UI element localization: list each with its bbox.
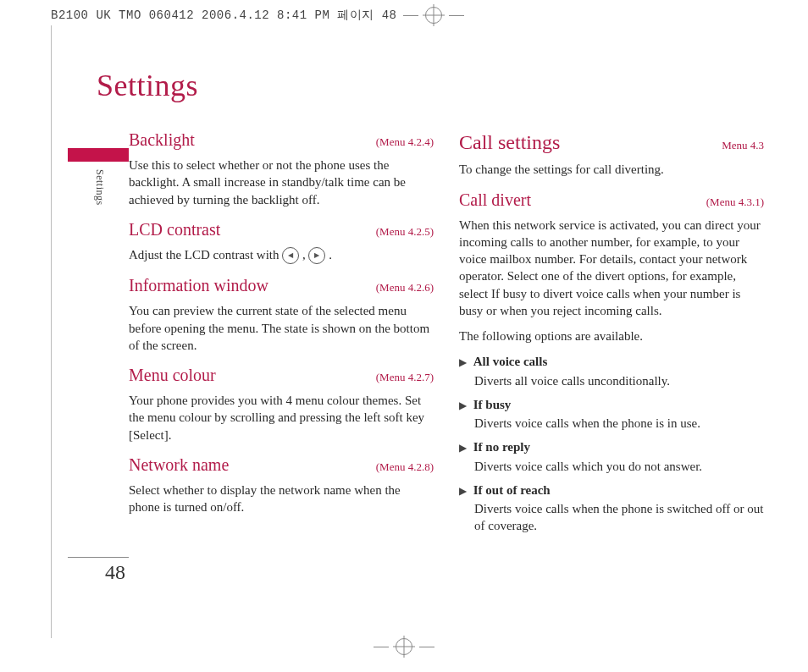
page-number-wrap: 48 <box>68 557 129 584</box>
network-body: Select whether to display the network na… <box>129 482 434 516</box>
heading-network: Network name (Menu 4.2.8) <box>129 454 434 476</box>
heading-text: Call settings <box>459 129 560 156</box>
call-settings-body: To change the settings for call divertin… <box>459 161 764 178</box>
crop-dash <box>374 647 389 647</box>
option-label: All voice calls <box>473 355 547 368</box>
heading-text: Call divert <box>459 189 531 212</box>
outer-rule <box>51 25 52 638</box>
crop-dash <box>403 15 418 16</box>
page-number: 48 <box>105 561 129 583</box>
menu-ref: (Menu 4.3.1) <box>706 195 764 210</box>
option-if-out-of-reach: ▶ If out of reach <box>459 482 764 498</box>
menu-ref: (Menu 4.2.8) <box>376 460 434 475</box>
bullet-icon: ▶ <box>459 399 467 412</box>
heading-call-settings: Call settings Menu 4.3 <box>459 129 764 156</box>
option-all-voice-calls: ▶ All voice calls <box>459 353 764 370</box>
crop-mark-icon <box>425 7 442 24</box>
heading-lcd: LCD contrast (Menu 4.2.5) <box>129 218 434 241</box>
page-title: Settings <box>97 68 771 103</box>
backlight-body: Use this to select whether or not the ph… <box>129 157 434 208</box>
heading-info: Information window (Menu 4.2.6) <box>129 274 434 297</box>
crop-mark-icon <box>396 638 412 655</box>
nav-right-icon: ▶ <box>308 247 325 264</box>
menu-ref: (Menu 4.2.4) <box>376 135 434 150</box>
option-desc: Diverts voice calls when the phone is sw… <box>474 500 764 535</box>
heading-menucolour: Menu colour (Menu 4.2.7) <box>129 364 434 387</box>
right-column: Call settings Menu 4.3 To change the set… <box>459 118 764 542</box>
heading-text: LCD contrast <box>129 218 220 241</box>
call-divert-body2: The following options are available. <box>459 328 764 344</box>
info-body: You can preview the current state of the… <box>129 302 434 354</box>
heading-call-divert: Call divert (Menu 4.3.1) <box>459 189 764 212</box>
lcd-body: Adjust the LCD contrast with ◀ , ▶ . <box>129 246 434 265</box>
side-label: Settings <box>93 169 106 206</box>
menu-ref: (Menu 4.2.6) <box>376 280 434 295</box>
bullet-icon: ▶ <box>459 355 467 369</box>
lcd-body-pre: Adjust the LCD contrast with <box>129 248 282 262</box>
menu-ref: (Menu 4.2.7) <box>376 370 434 385</box>
option-desc: Diverts voice calls which you do not ans… <box>474 458 764 475</box>
nav-left-icon: ◀ <box>282 247 299 264</box>
menu-ref: (Menu 4.2.5) <box>376 224 434 240</box>
heading-text: Backlight <box>129 129 195 151</box>
lcd-body-post: . <box>329 248 332 262</box>
option-if-busy: ▶ If busy <box>459 396 764 413</box>
heading-backlight: Backlight (Menu 4.2.4) <box>129 129 434 151</box>
bullet-icon: ▶ <box>459 441 467 454</box>
columns: Backlight (Menu 4.2.4) Use this to selec… <box>129 118 771 542</box>
side-tab <box>68 148 129 162</box>
print-header-text: B2100 UK TMO 060412 2006.4.12 8:41 PM 페이… <box>51 8 396 23</box>
print-header: B2100 UK TMO 060412 2006.4.12 8:41 PM 페이… <box>51 7 757 24</box>
menu-ref: Menu 4.3 <box>722 138 764 153</box>
option-label: If out of reach <box>473 483 551 497</box>
menucolour-body: Your phone provides you with 4 menu colo… <box>129 392 434 443</box>
left-column: Backlight (Menu 4.2.4) Use this to selec… <box>129 118 434 542</box>
crop-dash <box>449 15 464 16</box>
heading-text: Menu colour <box>129 364 216 387</box>
bottom-crop <box>0 638 808 655</box>
heading-text: Information window <box>129 274 268 297</box>
option-label: If busy <box>473 398 512 411</box>
option-if-no-reply: ▶ If no reply <box>459 438 764 455</box>
page: Settings Settings Backlight (Menu 4.2.4)… <box>68 51 771 635</box>
bullet-icon: ▶ <box>459 484 467 498</box>
call-divert-body1: When this network service is activated, … <box>459 217 764 320</box>
heading-text: Network name <box>129 454 229 476</box>
comma: , <box>302 248 309 262</box>
crop-dash <box>419 647 434 647</box>
option-desc: Diverts all voice calls unconditionally. <box>474 372 764 389</box>
option-label: If no reply <box>473 440 530 454</box>
option-desc: Diverts voice calls when the phone is in… <box>474 415 764 432</box>
